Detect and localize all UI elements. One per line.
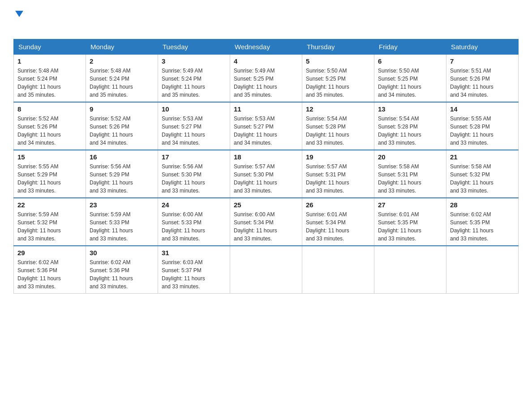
calendar-cell: 3Sunrise: 5:49 AMSunset: 5:24 PMDaylight… xyxy=(158,55,230,103)
day-number: 25 xyxy=(234,201,298,209)
calendar-header-row: SundayMondayTuesdayWednesdayThursdayFrid… xyxy=(14,39,519,55)
calendar-cell: 9Sunrise: 5:52 AMSunset: 5:26 PMDaylight… xyxy=(86,102,158,150)
calendar-cell: 5Sunrise: 5:50 AMSunset: 5:25 PMDaylight… xyxy=(302,55,374,103)
calendar-cell: 28Sunrise: 6:02 AMSunset: 5:35 PMDayligh… xyxy=(446,198,519,246)
calendar-table: SundayMondayTuesdayWednesdayThursdayFrid… xyxy=(13,39,519,294)
calendar-cell: 19Sunrise: 5:57 AMSunset: 5:31 PMDayligh… xyxy=(302,150,374,198)
day-info: Sunrise: 5:59 AMSunset: 5:32 PMDaylight:… xyxy=(17,210,82,243)
day-info: Sunrise: 5:49 AMSunset: 5:24 PMDaylight:… xyxy=(162,67,226,99)
calendar-cell: 22Sunrise: 5:59 AMSunset: 5:32 PMDayligh… xyxy=(14,198,86,246)
day-number: 4 xyxy=(234,57,298,65)
day-info: Sunrise: 5:53 AMSunset: 5:27 PMDaylight:… xyxy=(162,115,226,147)
day-number: 3 xyxy=(162,57,226,65)
day-info: Sunrise: 5:52 AMSunset: 5:26 PMDaylight:… xyxy=(90,115,154,147)
day-info: Sunrise: 6:01 AMSunset: 5:35 PMDaylight:… xyxy=(378,210,442,243)
calendar-cell: 10Sunrise: 5:53 AMSunset: 5:27 PMDayligh… xyxy=(158,102,230,150)
day-number: 29 xyxy=(17,249,82,257)
day-number: 24 xyxy=(162,201,226,209)
calendar-cell: 13Sunrise: 5:54 AMSunset: 5:28 PMDayligh… xyxy=(374,102,446,150)
day-number: 9 xyxy=(90,105,154,113)
day-number: 14 xyxy=(450,105,515,113)
weekday-header-thursday: Thursday xyxy=(302,39,374,55)
day-info: Sunrise: 6:03 AMSunset: 5:37 PMDaylight:… xyxy=(162,258,226,291)
day-info: Sunrise: 5:48 AMSunset: 5:24 PMDaylight:… xyxy=(90,67,154,99)
calendar-cell: 15Sunrise: 5:55 AMSunset: 5:29 PMDayligh… xyxy=(14,150,86,198)
day-number: 20 xyxy=(378,153,442,161)
day-info: Sunrise: 5:56 AMSunset: 5:30 PMDaylight:… xyxy=(162,163,226,195)
day-info: Sunrise: 6:00 AMSunset: 5:34 PMDaylight:… xyxy=(234,210,298,243)
calendar-week-row: 22Sunrise: 5:59 AMSunset: 5:32 PMDayligh… xyxy=(14,198,519,246)
day-number: 19 xyxy=(306,153,370,161)
calendar-cell: 29Sunrise: 6:02 AMSunset: 5:36 PMDayligh… xyxy=(14,246,86,294)
day-number: 2 xyxy=(90,57,154,65)
calendar-cell: 20Sunrise: 5:58 AMSunset: 5:31 PMDayligh… xyxy=(374,150,446,198)
day-info: Sunrise: 5:57 AMSunset: 5:31 PMDaylight:… xyxy=(306,163,370,195)
calendar-week-row: 15Sunrise: 5:55 AMSunset: 5:29 PMDayligh… xyxy=(14,150,519,198)
day-number: 26 xyxy=(306,201,370,209)
day-number: 18 xyxy=(234,153,298,161)
day-number: 6 xyxy=(378,57,442,65)
day-number: 13 xyxy=(378,105,442,113)
calendar-cell: 16Sunrise: 5:56 AMSunset: 5:29 PMDayligh… xyxy=(86,150,158,198)
logo-arrow-icon xyxy=(14,9,24,21)
calendar-cell: 12Sunrise: 5:54 AMSunset: 5:28 PMDayligh… xyxy=(302,102,374,150)
weekday-header-saturday: Saturday xyxy=(446,39,519,55)
page-header xyxy=(13,9,519,34)
day-number: 1 xyxy=(17,57,82,65)
calendar-cell: 30Sunrise: 6:02 AMSunset: 5:36 PMDayligh… xyxy=(86,246,158,294)
calendar-cell: 6Sunrise: 5:50 AMSunset: 5:25 PMDaylight… xyxy=(374,55,446,103)
day-info: Sunrise: 5:50 AMSunset: 5:25 PMDaylight:… xyxy=(306,67,370,99)
calendar-cell: 27Sunrise: 6:01 AMSunset: 5:35 PMDayligh… xyxy=(374,198,446,246)
day-number: 7 xyxy=(450,57,515,65)
weekday-header-monday: Monday xyxy=(86,39,158,55)
calendar-cell: 26Sunrise: 6:01 AMSunset: 5:34 PMDayligh… xyxy=(302,198,374,246)
day-info: Sunrise: 6:01 AMSunset: 5:34 PMDaylight:… xyxy=(306,210,370,243)
day-number: 12 xyxy=(306,105,370,113)
calendar-cell xyxy=(230,246,302,294)
calendar-cell: 18Sunrise: 5:57 AMSunset: 5:30 PMDayligh… xyxy=(230,150,302,198)
calendar-cell: 21Sunrise: 5:58 AMSunset: 5:32 PMDayligh… xyxy=(446,150,519,198)
day-number: 22 xyxy=(17,201,82,209)
calendar-cell: 24Sunrise: 6:00 AMSunset: 5:33 PMDayligh… xyxy=(158,198,230,246)
calendar-cell: 31Sunrise: 6:03 AMSunset: 5:37 PMDayligh… xyxy=(158,246,230,294)
day-number: 5 xyxy=(306,57,370,65)
day-number: 28 xyxy=(450,201,515,209)
svg-marker-0 xyxy=(15,11,23,17)
day-info: Sunrise: 5:56 AMSunset: 5:29 PMDaylight:… xyxy=(90,163,154,195)
day-info: Sunrise: 5:53 AMSunset: 5:27 PMDaylight:… xyxy=(234,115,298,147)
weekday-header-friday: Friday xyxy=(374,39,446,55)
calendar-cell: 25Sunrise: 6:00 AMSunset: 5:34 PMDayligh… xyxy=(230,198,302,246)
day-number: 17 xyxy=(162,153,226,161)
day-info: Sunrise: 6:02 AMSunset: 5:36 PMDaylight:… xyxy=(17,258,82,291)
day-info: Sunrise: 5:57 AMSunset: 5:30 PMDaylight:… xyxy=(234,163,298,195)
calendar-cell: 14Sunrise: 5:55 AMSunset: 5:28 PMDayligh… xyxy=(446,102,519,150)
calendar-cell: 17Sunrise: 5:56 AMSunset: 5:30 PMDayligh… xyxy=(158,150,230,198)
day-number: 15 xyxy=(17,153,82,161)
day-number: 31 xyxy=(162,249,226,257)
day-info: Sunrise: 5:58 AMSunset: 5:31 PMDaylight:… xyxy=(378,163,442,195)
day-info: Sunrise: 6:00 AMSunset: 5:33 PMDaylight:… xyxy=(162,210,226,243)
calendar-week-row: 8Sunrise: 5:52 AMSunset: 5:26 PMDaylight… xyxy=(14,102,519,150)
calendar-cell xyxy=(302,246,374,294)
day-info: Sunrise: 5:49 AMSunset: 5:25 PMDaylight:… xyxy=(234,67,298,99)
day-info: Sunrise: 6:02 AMSunset: 5:36 PMDaylight:… xyxy=(90,258,154,291)
calendar-cell: 1Sunrise: 5:48 AMSunset: 5:24 PMDaylight… xyxy=(14,55,86,103)
day-number: 16 xyxy=(90,153,154,161)
day-number: 27 xyxy=(378,201,442,209)
day-info: Sunrise: 5:58 AMSunset: 5:32 PMDaylight:… xyxy=(450,163,515,195)
day-info: Sunrise: 5:55 AMSunset: 5:29 PMDaylight:… xyxy=(17,163,82,195)
calendar-cell: 23Sunrise: 5:59 AMSunset: 5:33 PMDayligh… xyxy=(86,198,158,246)
weekday-header-sunday: Sunday xyxy=(14,39,86,55)
logo xyxy=(13,9,24,34)
calendar-week-row: 1Sunrise: 5:48 AMSunset: 5:24 PMDaylight… xyxy=(14,55,519,103)
day-number: 23 xyxy=(90,201,154,209)
day-info: Sunrise: 5:48 AMSunset: 5:24 PMDaylight:… xyxy=(17,67,82,99)
calendar-cell: 4Sunrise: 5:49 AMSunset: 5:25 PMDaylight… xyxy=(230,55,302,103)
day-number: 30 xyxy=(90,249,154,257)
day-info: Sunrise: 6:02 AMSunset: 5:35 PMDaylight:… xyxy=(450,210,515,243)
weekday-header-wednesday: Wednesday xyxy=(230,39,302,55)
calendar-cell: 2Sunrise: 5:48 AMSunset: 5:24 PMDaylight… xyxy=(86,55,158,103)
day-info: Sunrise: 5:51 AMSunset: 5:26 PMDaylight:… xyxy=(450,67,515,99)
day-number: 21 xyxy=(450,153,515,161)
calendar-week-row: 29Sunrise: 6:02 AMSunset: 5:36 PMDayligh… xyxy=(14,246,519,294)
